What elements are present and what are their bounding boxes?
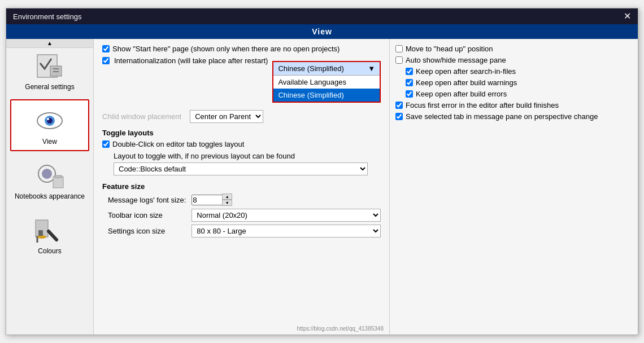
general-settings-icon (33, 50, 67, 81)
environment-settings-window: Environment settings ✕ View ▲ (6, 8, 638, 335)
keep-open-warnings-checkbox[interactable] (406, 79, 413, 86)
move-head-up-checkbox[interactable] (395, 45, 403, 52)
toolbar-icon-select[interactable]: Normal (20x20) (192, 209, 381, 222)
svg-rect-15 (38, 230, 43, 236)
sidebar-item-general-settings-label: General settings (25, 83, 74, 91)
show-start-page-label: Show "Start here" page (shown only when … (112, 45, 340, 53)
sidebar-item-colours-label: Colours (38, 247, 61, 255)
spinner-down[interactable]: ▼ (222, 200, 232, 206)
i18n-label: Internationalization (will take place af… (114, 56, 268, 65)
auto-show-checkbox[interactable] (395, 56, 403, 64)
colours-icon (33, 214, 67, 245)
child-window-row: Child window placement Center on Parent (102, 110, 381, 123)
sidebar-scroll-up[interactable]: ▲ (6, 39, 93, 48)
double-click-label: Double-Click on editor tab toggles layou… (112, 140, 244, 148)
child-window-select[interactable]: Center on Parent (190, 110, 263, 123)
save-selected-tab-row: Save selected tab in message pane on per… (395, 112, 632, 121)
feature-size-title: Feature size (102, 182, 381, 191)
close-button[interactable]: ✕ (624, 12, 631, 21)
save-selected-tab-checkbox[interactable] (395, 113, 403, 120)
message-logs-label: Message logs' font size: (108, 196, 186, 204)
focus-first-error-row: Focus first error in the editor after bu… (395, 101, 632, 109)
notebooks-appearance-icon (33, 160, 67, 191)
i18n-row: Internationalization (will take place af… (102, 56, 381, 65)
sidebar: ▲ General settings (6, 39, 94, 335)
save-selected-tab-label: Save selected tab in message pane on per… (406, 112, 598, 121)
keep-open-warnings-row: Keep open after build warnings (406, 78, 632, 87)
toolbar-icon-label: Toolbar icon size (108, 211, 186, 219)
keep-open-warnings-label: Keep open after build warnings (416, 78, 517, 87)
view-icon (33, 105, 67, 136)
sidebar-item-general-settings[interactable]: General settings (10, 45, 89, 96)
layout-select[interactable]: Code::Blocks default (114, 162, 368, 175)
section-header: View (6, 24, 638, 39)
i18n-dropdown-open[interactable]: Chinese (Simplified) ▼ Available Languag… (272, 61, 381, 103)
double-click-row: Double-Click on editor tab toggles layou… (102, 140, 381, 148)
svg-line-16 (49, 231, 56, 240)
message-logs-input[interactable] (192, 195, 223, 205)
move-head-up-label: Move to "head up" position (406, 45, 493, 53)
svg-point-7 (47, 118, 49, 120)
auto-show-row: Auto show/hide message pane (395, 56, 632, 64)
i18n-option-available-languages[interactable]: Available Languages (273, 76, 380, 89)
message-logs-spinner: ▲ ▼ (192, 194, 381, 206)
sidebar-item-view[interactable]: View (10, 99, 89, 151)
keep-open-errors-label: Keep open after build errors (416, 90, 507, 98)
keep-open-search-label: Keep open after search-in-files (416, 67, 516, 76)
child-window-label-partial: Child window placement (102, 112, 181, 121)
sidebar-item-colours[interactable]: Colours (10, 209, 89, 261)
toggle-layouts-title: Toggle layouts (102, 129, 381, 137)
keep-open-search-checkbox[interactable] (406, 68, 413, 75)
sidebar-item-notebooks-label: Notebooks appearance (15, 192, 85, 200)
keep-open-errors-checkbox[interactable] (406, 90, 413, 98)
svg-rect-10 (53, 177, 63, 188)
i18n-checkbox[interactable] (102, 57, 110, 64)
auto-show-label: Auto show/hide message pane (406, 56, 506, 64)
svg-point-9 (42, 169, 52, 179)
show-start-page-checkbox[interactable] (102, 45, 110, 52)
spinner-buttons: ▲ ▼ (222, 194, 232, 206)
spinner-up[interactable]: ▲ (222, 194, 232, 200)
i18n-dropdown-selected[interactable]: Chinese (Simplified) ▼ (273, 62, 380, 76)
content-area: ▲ General settings (6, 39, 638, 335)
main-settings-panel: Show "Start here" page (shown only when … (94, 39, 389, 335)
url-watermark: https://blog.csdn.net/qq_41385348 (297, 326, 384, 332)
svg-rect-1 (50, 66, 62, 76)
window-title: Environment settings (13, 12, 81, 21)
show-start-page-row: Show "Start here" page (shown only when … (102, 45, 381, 53)
settings-icon-label: Settings icon size (108, 227, 186, 235)
focus-first-error-label: Focus first error in the editor after bu… (406, 101, 559, 109)
i18n-selected-text: Chinese (Simplified) (278, 64, 343, 73)
keep-open-errors-row: Keep open after build errors (406, 90, 632, 98)
svg-rect-11 (55, 175, 62, 178)
i18n-dropdown-arrow: ▼ (368, 64, 375, 73)
i18n-option-chinese-simplified[interactable]: Chinese (Simplified) (273, 89, 380, 102)
double-click-checkbox[interactable] (102, 140, 110, 148)
right-panel: Move to "head up" position Auto show/hid… (389, 39, 638, 335)
feature-size-grid: Message logs' font size: ▲ ▼ Toolbar ico… (108, 194, 381, 238)
keep-open-search-row: Keep open after search-in-files (406, 67, 632, 76)
focus-first-error-checkbox[interactable] (395, 102, 403, 109)
sidebar-item-view-label: View (42, 138, 57, 146)
move-head-up-row: Move to "head up" position (395, 45, 632, 53)
layout-toggle-section: Layout to toggle with, if no previous la… (114, 152, 381, 175)
sidebar-item-notebooks-appearance[interactable]: Notebooks appearance (10, 154, 89, 206)
layout-toggle-label: Layout to toggle with, if no previous la… (114, 152, 381, 160)
settings-icon-select[interactable]: 80 x 80 - Large (192, 225, 381, 238)
title-bar: Environment settings ✕ (6, 8, 638, 24)
